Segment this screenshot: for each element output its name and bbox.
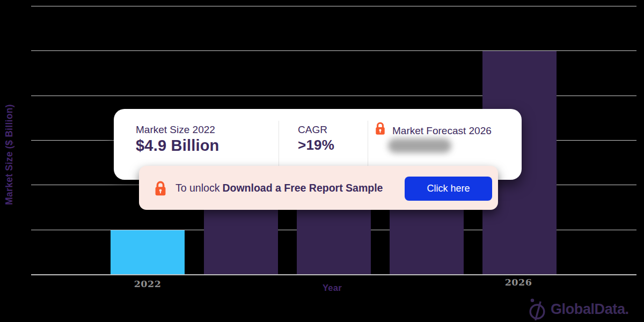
unlock-message-bold: Download a Free Report Sample [222, 182, 383, 194]
logo-text: GlobalData. [551, 301, 629, 318]
cagr-value: >19% [298, 137, 334, 153]
forecast-value-redacted [388, 138, 451, 153]
card-divider [279, 121, 279, 167]
x-tick-2022: 2022 [115, 279, 180, 289]
unlock-banner: To unlockDownload a Free Report Sample C… [139, 166, 498, 210]
x-tick-2026: 2026 [486, 277, 551, 288]
forecast-label: Market Forecast 2026 [392, 125, 492, 137]
unlock-message: To unlockDownload a Free Report Sample [175, 182, 383, 194]
market-size-label: Market Size 2022 [136, 124, 219, 136]
market-size-chart: Market Size ($ Billion) 2022 2026 Year M… [0, 0, 644, 322]
gridline [31, 6, 636, 6]
lock-icon [375, 121, 386, 136]
x-axis-title: Year [305, 283, 359, 293]
card-divider [368, 121, 368, 167]
x-axis-line [31, 274, 636, 275]
lock-icon [154, 180, 167, 196]
unlock-message-prefix: To unlock [175, 182, 219, 194]
globaldata-logo: GlobalData. [527, 298, 629, 320]
y-axis-title: Market Size ($ Billion) [4, 104, 15, 205]
cagr-label: CAGR [298, 124, 334, 136]
bar-2022 [111, 230, 185, 274]
market-size-value: $4.9 Billion [136, 137, 219, 155]
bar-2023 [204, 203, 278, 274]
compass-icon [527, 298, 547, 320]
click-here-button[interactable]: Click here [405, 177, 492, 201]
